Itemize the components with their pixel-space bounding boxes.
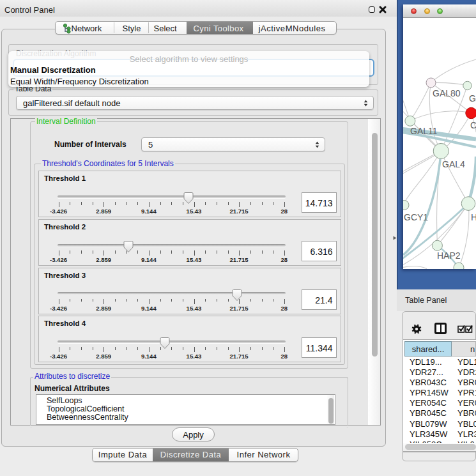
svg-text:GAL4: GAL4	[442, 159, 465, 169]
svg-text:GAL3: GAL3	[469, 93, 476, 104]
svg-text:GAL80: GAL80	[433, 88, 461, 98]
svg-text:GCY1: GCY1	[404, 212, 428, 222]
svg-text:HAP2: HAP2	[437, 250, 461, 261]
svg-text:HS: HS	[471, 212, 476, 222]
svg-text:GAL11: GAL11	[410, 126, 438, 136]
svg-text:CR: CR	[470, 120, 476, 130]
